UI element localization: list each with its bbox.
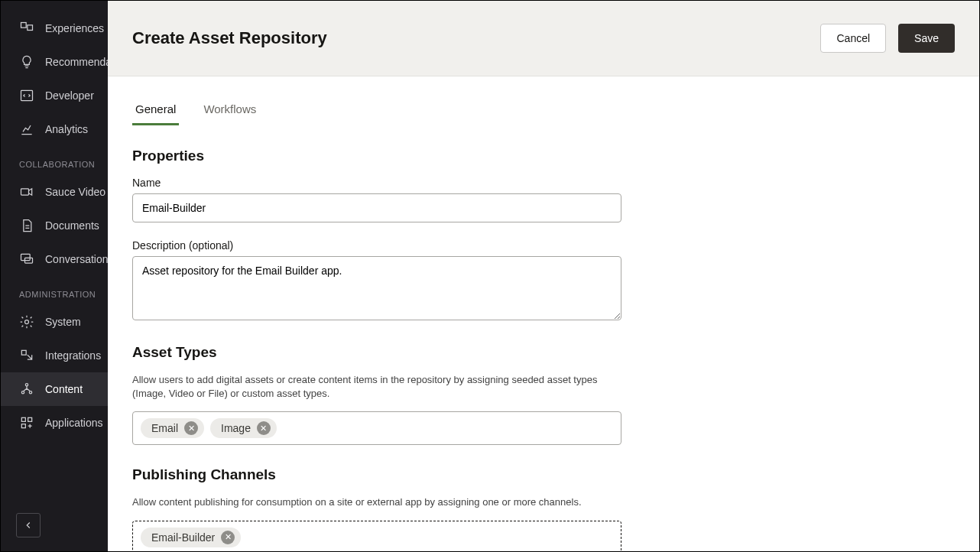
sidebar: Experiences Recommendations Developer An… — [1, 1, 108, 551]
sidebar-item-conversations[interactable]: Conversations — [1, 242, 108, 276]
page-title: Create Asset Repository — [132, 28, 327, 48]
gear-icon — [19, 314, 34, 330]
svg-rect-13 — [21, 424, 25, 428]
publishing-channels-help: Allow content publishing for consumption… — [132, 495, 621, 509]
sidebar-item-label: Documents — [45, 219, 99, 232]
integrations-icon — [19, 348, 34, 363]
chip-label: Image — [221, 422, 251, 434]
sidebar-item-analytics[interactable]: Analytics — [1, 112, 108, 146]
video-icon — [19, 184, 34, 200]
sidebar-item-label: Recommendations — [45, 56, 108, 68]
cancel-button[interactable]: Cancel — [820, 24, 886, 53]
sidebar-item-integrations[interactable]: Integrations — [1, 339, 108, 372]
sidebar-collapse-button[interactable] — [16, 513, 41, 537]
content-icon — [19, 382, 34, 397]
documents-icon — [19, 218, 34, 233]
save-button[interactable]: Save — [898, 24, 955, 53]
svg-rect-12 — [28, 417, 32, 421]
field-description: Description (optional) — [132, 239, 955, 323]
tab-general[interactable]: General — [132, 95, 179, 125]
chip-remove-icon[interactable]: ✕ — [257, 421, 271, 435]
svg-rect-4 — [21, 254, 31, 260]
publishing-channel-chip: Email-Builder ✕ — [141, 528, 241, 547]
section-title-publishing-channels: Publishing Channels — [132, 466, 955, 483]
tabs: General Workflows — [132, 95, 955, 126]
asset-types-input[interactable]: Email ✕ Image ✕ — [132, 411, 621, 445]
section-title-asset-types: Asset Types — [132, 344, 955, 361]
description-input[interactable] — [132, 256, 621, 320]
publishing-channels-input[interactable]: Email-Builder ✕ — [132, 521, 621, 551]
sidebar-item-applications[interactable]: Applications — [1, 406, 108, 440]
experiences-icon — [19, 21, 34, 36]
header-actions: Cancel Save — [820, 24, 955, 53]
svg-rect-3 — [21, 189, 29, 195]
sidebar-item-recommendations[interactable]: Recommendations — [1, 45, 108, 79]
analytics-icon — [19, 122, 34, 137]
sidebar-item-label: System — [45, 316, 81, 328]
chip-remove-icon[interactable]: ✕ — [184, 421, 198, 435]
asset-types-help: Allow users to add digital assets or cre… — [132, 373, 621, 401]
sidebar-item-label: Applications — [45, 417, 103, 429]
tab-workflows[interactable]: Workflows — [200, 95, 259, 125]
asset-type-chip: Image ✕ — [210, 418, 277, 438]
content-area: General Workflows Properties Name Descri… — [108, 76, 979, 551]
sidebar-item-label: Content — [45, 383, 83, 395]
apps-icon — [19, 415, 34, 430]
name-label: Name — [132, 177, 955, 189]
name-input[interactable] — [132, 193, 621, 222]
svg-point-6 — [25, 320, 29, 324]
code-icon — [19, 88, 34, 103]
svg-rect-1 — [28, 25, 33, 31]
page-header: Create Asset Repository Cancel Save — [108, 1, 979, 76]
sidebar-item-label: Conversations — [45, 253, 108, 265]
svg-rect-11 — [21, 417, 25, 421]
svg-point-9 — [21, 391, 24, 394]
field-name: Name — [132, 177, 955, 222]
sidebar-item-label: Experiences — [45, 22, 104, 34]
svg-point-10 — [29, 391, 31, 394]
chip-label: Email-Builder — [151, 531, 215, 544]
sidebar-item-content[interactable]: Content — [1, 372, 108, 406]
sidebar-section-collaboration: COLLABORATION — [1, 146, 108, 175]
lightbulb-icon — [19, 54, 34, 70]
chip-remove-icon[interactable]: ✕ — [221, 531, 235, 544]
main-panel: Create Asset Repository Cancel Save Gene… — [108, 1, 979, 551]
sidebar-item-documents[interactable]: Documents — [1, 209, 108, 242]
svg-rect-0 — [21, 23, 27, 28]
svg-rect-7 — [21, 350, 26, 355]
sidebar-item-sauce-video[interactable]: Sauce Video — [1, 175, 108, 209]
section-title-properties: Properties — [132, 148, 955, 164]
sidebar-item-label: Analytics — [45, 123, 88, 135]
sidebar-section-administration: ADMINISTRATION — [1, 276, 108, 305]
description-label: Description (optional) — [132, 239, 955, 252]
sidebar-item-label: Developer — [45, 89, 94, 102]
sidebar-item-label: Integrations — [45, 349, 101, 362]
sidebar-item-system[interactable]: System — [1, 305, 108, 339]
chip-label: Email — [151, 422, 178, 434]
sidebar-item-experiences[interactable]: Experiences — [1, 11, 108, 45]
sidebar-item-developer[interactable]: Developer — [1, 79, 108, 112]
asset-type-chip: Email ✕ — [141, 418, 204, 438]
chat-icon — [19, 252, 34, 267]
svg-point-8 — [25, 384, 28, 386]
sidebar-item-label: Sauce Video — [45, 186, 105, 198]
svg-rect-2 — [21, 90, 33, 100]
